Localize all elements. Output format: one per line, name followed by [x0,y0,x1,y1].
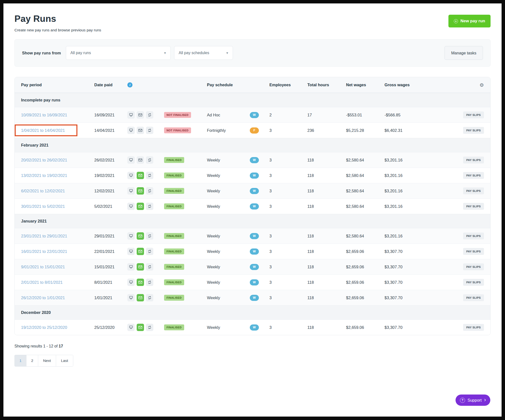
journal-icon[interactable] [127,187,135,195]
pay-schedule-cell: Weekly [204,259,247,274]
gear-icon[interactable]: ⚙ [480,82,484,88]
support-button[interactable]: ? Support › [456,395,490,406]
pay-slips-button[interactable]: PAY SLIPS [463,172,484,179]
pay-slips-button[interactable]: PAY SLIPS [463,294,484,301]
pay-slips-button[interactable]: PAY SLIPS [463,324,484,331]
email-icon[interactable] [137,187,144,195]
pay-period-link[interactable]: 2/01/2021 to 8/01/2021 [21,280,63,285]
recalculate-icon[interactable] [146,111,153,119]
pay-slips-button[interactable]: PAY SLIPS [463,127,484,134]
employees-cell: 3 [267,123,305,138]
email-icon[interactable] [137,111,144,119]
net-wages-cell: $2,580.64 [344,168,382,183]
recalculate-icon[interactable] [146,127,153,134]
employees-cell: 3 [267,259,305,274]
pay-runs-filter-dropdown[interactable]: All pay runs ▾ [66,46,171,60]
pay-period-cell: 9/01/2021 to 15/01/2021 [15,259,92,274]
recalculate-icon[interactable] [146,203,153,210]
email-icon[interactable] [137,232,144,240]
journal-icon[interactable] [127,172,135,179]
pay-period-link[interactable]: 20/02/2021 to 26/02/2021 [21,158,67,162]
pay-slips-button[interactable]: PAY SLIPS [463,233,484,239]
email-icon[interactable] [137,263,144,271]
pagination-page-1[interactable]: 1 [15,355,26,366]
journal-icon[interactable] [127,203,135,210]
email-icon[interactable] [137,324,144,331]
new-pay-run-button[interactable]: + New pay run [448,15,491,27]
journal-icon[interactable] [127,111,135,119]
pay-period-link[interactable]: 16/01/2021 to 22/01/2021 [21,249,67,254]
gross-wages-cell: $3,307.70 [382,275,424,290]
pagination: 12Next Last [14,355,73,367]
pay-period-link[interactable]: 23/01/2021 to 29/01/2021 [21,234,67,238]
header-actions: ⚙ [424,77,490,93]
journal-icon[interactable] [127,248,135,255]
gross-wages-cell: $3,201.16 [382,199,424,214]
pagination-next[interactable]: Next [38,355,56,366]
recalculate-icon[interactable] [146,324,153,331]
frequency-cell: W [247,290,267,305]
info-icon[interactable]: i [127,82,132,87]
recalculate-icon[interactable] [146,172,153,179]
journal-icon[interactable] [127,156,135,164]
row-actions-cell: PAY SLIPS [424,183,490,198]
date-paid-cell: 29/01/2021 [92,228,125,244]
email-icon[interactable] [137,172,144,179]
screenshot-frame: Pay Runs Create new pay runs and browse … [0,0,505,420]
pay-period-link[interactable]: 30/01/2021 to 5/02/2021 [21,204,65,209]
pay-slips-button[interactable]: PAY SLIPS [463,111,484,118]
recalculate-icon[interactable] [146,156,153,164]
pay-slips-button[interactable]: PAY SLIPS [463,263,484,270]
email-icon[interactable] [137,248,144,255]
table-row: 26/12/2020 to 1/01/2021 1/01/2021 FINALI… [15,290,490,305]
results-summary-text: Showing results 1 - 12 of [14,344,59,348]
pay-period-link[interactable]: 9/01/2021 to 15/01/2021 [21,265,65,269]
journal-icon[interactable] [127,127,135,134]
pagination-last[interactable]: Last [56,355,73,366]
journal-icon[interactable] [127,263,135,271]
pay-period-link[interactable]: 26/12/2020 to 1/01/2021 [21,296,65,300]
pay-period-link[interactable]: 13/02/2021 to 19/02/2021 [21,173,67,178]
pay-slips-button[interactable]: PAY SLIPS [463,279,484,286]
recalculate-icon[interactable] [146,279,153,286]
pay-schedules-filter-dropdown[interactable]: All pay schedules ▾ [174,46,233,60]
pay-period-cell: 6/02/2021 to 12/02/2021 [15,183,92,198]
email-icon[interactable] [137,294,144,301]
journal-icon[interactable] [127,294,135,301]
date-paid-cell: 12/02/2021 [92,183,125,198]
email-icon[interactable] [137,127,144,134]
pay-slips-button[interactable]: PAY SLIPS [463,157,484,163]
header-status [162,77,204,93]
pay-slips-button[interactable]: PAY SLIPS [463,248,484,255]
manage-tasks-button[interactable]: Manage tasks [445,46,483,60]
recalculate-icon[interactable] [146,248,153,255]
row-action-icons [125,152,162,168]
group-label: Incomplete pay runs [21,98,60,102]
pay-slips-button[interactable]: PAY SLIPS [463,187,484,194]
employees-cell: 3 [267,275,305,290]
page-title: Pay Runs [14,14,101,24]
email-icon[interactable] [137,203,144,210]
status-cell: FINALISED [162,183,204,198]
frequency-cell: W [247,275,267,290]
email-icon[interactable] [137,156,144,164]
journal-icon[interactable] [127,279,135,286]
pay-period-link[interactable]: 10/09/2021 to 16/09/2021 [21,113,67,117]
recalculate-icon[interactable] [146,187,153,195]
recalculate-icon[interactable] [146,232,153,240]
pay-period-link[interactable]: 6/02/2021 to 12/02/2021 [21,189,65,193]
email-icon[interactable] [137,279,144,286]
recalculate-icon[interactable] [146,263,153,271]
journal-icon[interactable] [127,324,135,331]
pay-period-link[interactable]: 19/12/2020 to 25/12/2020 [21,325,67,330]
row-action-icons [125,168,162,183]
page-title-block: Pay Runs Create new pay runs and browse … [14,14,101,32]
journal-icon[interactable] [127,232,135,240]
pay-period-link[interactable]: 1/04/2021 to 14/04/2021 [21,128,65,133]
pay-slips-button[interactable]: PAY SLIPS [463,203,484,210]
net-wages-cell: $2,580.64 [344,199,382,214]
recalculate-icon[interactable] [146,294,153,301]
total-hours-cell: 118 [305,168,344,183]
employees-cell: 3 [267,290,305,305]
pagination-page-2[interactable]: 2 [26,355,38,366]
